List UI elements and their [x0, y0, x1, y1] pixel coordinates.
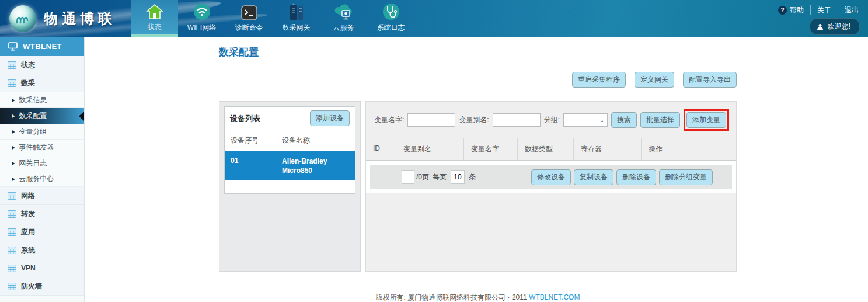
copy-device-button[interactable]: 复制设备: [574, 169, 613, 185]
sidebar-item-label: 事件触发器: [19, 143, 54, 152]
brand-name: 物通博联: [44, 9, 116, 28]
sidebar-item-network[interactable]: 网络: [0, 187, 84, 205]
batch-select-button[interactable]: 批量选择: [640, 112, 680, 128]
nav-item-label: 诊断命令: [235, 23, 263, 33]
sidebar-item-vpn[interactable]: VPN: [0, 259, 84, 277]
variable-alias-input[interactable]: [493, 113, 541, 127]
device-table-header: 设备序号 设备名称: [225, 130, 355, 151]
per-page-input[interactable]: [451, 170, 465, 184]
variable-name-label: 变量名字:: [374, 115, 404, 125]
nav-item-label: 数采网关: [283, 23, 311, 33]
page-title: 数采配置: [219, 37, 737, 59]
nav-item-diagnostic[interactable]: 诊断命令: [225, 0, 273, 37]
sidebar-item-application[interactable]: 应用: [0, 223, 84, 241]
group-select[interactable]: ⌄: [563, 113, 608, 127]
grid-icon: [8, 192, 16, 200]
sidebar-item-status[interactable]: 状态: [0, 56, 84, 74]
sidebar-item-system[interactable]: 系统: [0, 241, 84, 259]
grid-icon: [8, 283, 16, 290]
sidebar-item-cloud-center[interactable]: ▶ 云服务中心: [0, 171, 84, 187]
col-name: 变量名字: [464, 138, 518, 160]
sidebar-header: WTBLNET: [0, 37, 84, 56]
sidebar-item-label: 变量分组: [19, 127, 47, 137]
nav-item-wifi[interactable]: WIFI网络: [178, 0, 225, 37]
help-icon: ?: [778, 6, 787, 15]
about-label: 关于: [817, 5, 831, 15]
device-col-no: 设备序号: [225, 130, 276, 151]
gateway-device-icon: [289, 1, 304, 20]
device-table-empty-row: [225, 180, 355, 193]
device-no: 01: [225, 151, 276, 180]
logout-link[interactable]: 退出: [838, 5, 860, 15]
sidebar-item-label: 应用: [21, 227, 35, 237]
sidebar-item-event-trigger[interactable]: ▶ 事件触发器: [0, 140, 84, 155]
sidebar-item-label: 数采: [21, 78, 35, 88]
sidebar: WTBLNET 状态 数采 ▶ 数采信息 ▶ 数采配置 ▶ 变量分组 ▶ 事件触…: [0, 37, 85, 302]
col-register: 寄存器: [574, 138, 642, 160]
logout-label: 退出: [845, 5, 859, 15]
grid-icon: [8, 228, 16, 236]
delete-device-button[interactable]: 删除设备: [616, 169, 656, 185]
grid-icon: [8, 79, 16, 87]
config-import-export-button[interactable]: 配置导入导出: [683, 72, 737, 88]
sidebar-item-gateway-log[interactable]: ▶ 网关日志: [0, 155, 84, 171]
sidebar-item-dataacq-info[interactable]: ▶ 数采信息: [0, 92, 84, 108]
add-device-button[interactable]: 添加设备: [310, 110, 350, 126]
sidebar-item-dataacq[interactable]: 数采: [0, 74, 84, 92]
sidebar-item-label: 数采配置: [19, 111, 47, 121]
sidebar-item-forward[interactable]: 转发: [0, 205, 84, 223]
welcome-button[interactable]: 欢迎您!: [810, 18, 860, 35]
sidebar-item-label: 状态: [21, 60, 35, 70]
device-table-row-selected[interactable]: 01 Allen-Bradley Micro850: [225, 151, 355, 180]
help-label: 帮助: [790, 5, 804, 15]
grid-icon: [8, 265, 16, 272]
variable-name-input[interactable]: [407, 113, 455, 127]
caret-icon: ▶: [12, 161, 15, 166]
nav-item-syslog[interactable]: 系统日志: [367, 0, 414, 37]
copyright-text: 版权所有: 厦门物通博联网络科技有限公司: [376, 293, 506, 301]
nav-item-gateway[interactable]: 数采网关: [273, 0, 320, 37]
col-actions: 操作: [642, 138, 736, 160]
page-suffix: /0页: [416, 172, 429, 182]
sidebar-item-label: 网关日志: [19, 158, 47, 168]
wifi-icon: [193, 1, 211, 20]
modify-device-button[interactable]: 修改设备: [531, 169, 571, 185]
variable-table-header: ID 变量别名 变量名字 数据类型 寄存器 操作: [366, 138, 736, 161]
copyright-year: · 2011: [508, 293, 527, 301]
define-gateway-button[interactable]: 定义网关: [635, 72, 674, 88]
unit-label: 条: [469, 172, 476, 182]
nav-item-status[interactable]: 状态: [131, 0, 178, 37]
page-number-input[interactable]: [402, 170, 414, 184]
about-link[interactable]: 关于: [811, 5, 838, 15]
panels-row: 设备列表 添加设备 设备序号 设备名称 01 Allen-Bradley Mic…: [219, 101, 737, 272]
per-page-label: 每页: [433, 172, 447, 182]
device-name: Allen-Bradley Micro850: [276, 151, 355, 180]
user-icon: [817, 23, 824, 30]
sidebar-item-dataacq-config[interactable]: ▶ 数采配置: [0, 108, 84, 124]
search-button[interactable]: 搜索: [611, 112, 637, 128]
home-icon: [146, 0, 163, 20]
nav-item-label: 云服务: [333, 23, 354, 33]
terminal-icon: [241, 1, 257, 20]
brand-logo-icon: [9, 5, 36, 32]
restart-collector-button[interactable]: 重启采集程序: [572, 72, 626, 88]
nav-item-label: WIFI网络: [187, 23, 216, 33]
top-bar: 物通博联 状态 WIFI网络: [0, 0, 868, 37]
sidebar-item-variable-group[interactable]: ▶ 变量分组: [0, 124, 84, 140]
nav-item-cloud[interactable]: 云服务: [320, 0, 367, 37]
variable-table-body: /0页 每页 条 修改设备 复制设备 删除设备 删除分组变量: [366, 161, 736, 193]
delete-group-variable-button[interactable]: 删除分组变量: [659, 169, 713, 185]
chevron-down-icon: ⌄: [599, 117, 604, 123]
caret-icon: ▶: [12, 145, 15, 150]
add-variable-button[interactable]: 添加变量: [686, 112, 726, 128]
sidebar-item-label: 数采信息: [19, 95, 47, 105]
footer-site-link[interactable]: WTBLNET.COM: [529, 293, 580, 301]
grid-icon: [8, 210, 16, 218]
help-link[interactable]: ? 帮助: [772, 5, 811, 15]
grid-icon: [8, 247, 16, 254]
col-alias: 变量别名: [396, 138, 464, 160]
sidebar-item-firewall[interactable]: 防火墙: [0, 277, 84, 296]
device-list-header: 设备列表 添加设备: [225, 107, 355, 130]
variable-alias-label: 变量别名:: [459, 115, 489, 125]
caret-icon: ▶: [12, 98, 15, 103]
